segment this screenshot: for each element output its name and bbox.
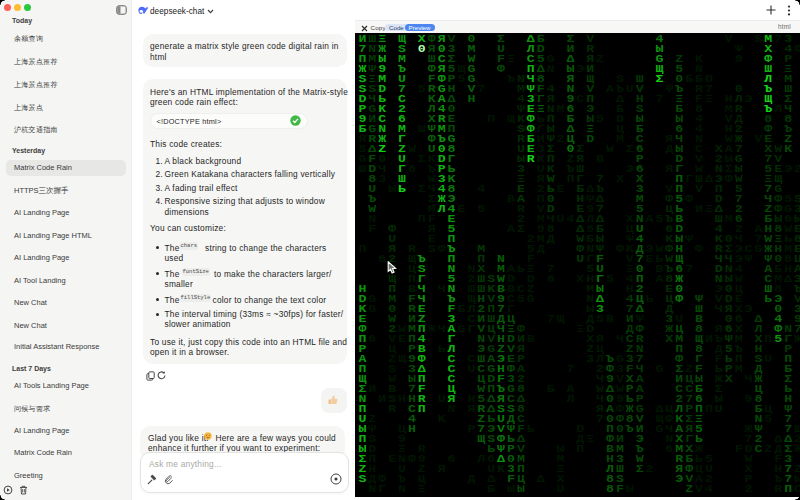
svg-text:ШVHSЫБC6P6X3M5NU4Д70П2ЦΔΨФRN7Ч: ШVHSЫБC6P6X3M5NU4Д70П2ЦΔΨФRN7ЧAAPGVИЭЪWΣ [636, 73, 645, 475]
svg-text:ΞЪЩBAADBCГЦΞDVEФ3GCSДΨЬP03FЫ: ΞЪЩBAADBCГЦΞDVEФ3GCSДΨЬP03FЫ [507, 53, 516, 495]
svg-text:34PΞMШΣЧ8ЪZKЭ5G6WЬM8HΔNГPΠБΣЬH: 34PΞMШΣЧ8ЪZKЭ5G6WЬM8HΔNГPΠБΣЬHΨ77ΔΣ377П [784, 33, 793, 495]
svg-text:Z50ЪΞБЫ6ЧЫDГПП5ЬBDЫHЩ6Ж0ΦUЦMΠФ: Z50ЪΞБЫ6ЧЫDГПП5ЬBDЫHЩ6Ж0ΦUЦMΠФΣИC2ЛKAXMR… [675, 53, 684, 485]
svg-text:V3Σ5PHΔ0EΠG8ГЬK8Э4E5ΠЪΠN5NЪF3A: V3Σ5PHΔ0EΠG8ГЬK8Э4E5ΠЪΠN5NЪF3AГЛCCCЦЯN6 [448, 33, 457, 465]
svg-text:NM4ΨKSRUЫ3ΞEAR2ΣЬC5ΦИЯPA28Δ8CF: NM4ΨKSRUЫ3ΞEAR2ΣЬC5ΦИЯPA28Δ8CFΔVMΠЦЫ [517, 73, 526, 495]
svg-text:UΣЭXЦΨKVΞ4H47ИДCZ3FXPЬЖ8ЪЫ: UΣЭXЦΨKVΞ4H47ИДCZ3FXPЬЖ8ЪЫ [626, 83, 635, 495]
svg-text:X2NЭПDΔШ4KRЧDNЭVЧЯЪДFЬЖΣЫU: X2NЭПDΔШ4KRЧDNЭVЧЯЪДFЬЖΣЫU [715, 143, 724, 415]
